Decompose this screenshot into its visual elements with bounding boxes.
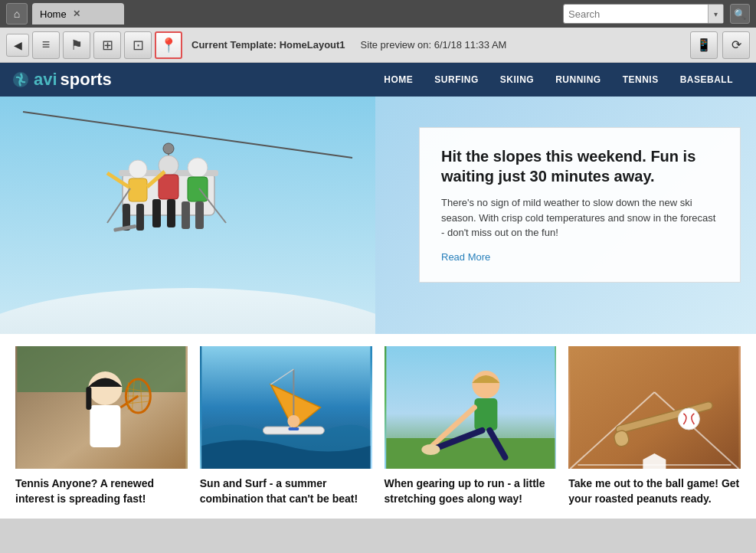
nav-home[interactable]: HOME	[373, 74, 424, 85]
svg-point-27	[88, 371, 122, 405]
tab-close-button[interactable]: ✕	[73, 8, 80, 19]
svg-point-58	[679, 408, 700, 430]
tennis-illustration	[15, 346, 188, 469]
current-template-value: HomeLayout1	[280, 39, 345, 51]
logo-icon	[12, 71, 29, 88]
nav-skiing[interactable]: SKIING	[489, 74, 545, 85]
svg-rect-18	[188, 177, 208, 201]
svg-point-8	[129, 160, 147, 178]
right-tools: 📱 ⟳	[690, 31, 750, 59]
card-title-tennis: Tennis Anyone? A renewed interest is spr…	[15, 476, 188, 506]
card-baseball: Take me out to the ball game! Get your r…	[562, 346, 747, 506]
tab-label: Home	[40, 8, 67, 20]
svg-rect-15	[152, 199, 161, 227]
svg-rect-11	[136, 204, 144, 231]
svg-rect-16	[167, 199, 175, 227]
svg-point-45	[472, 371, 499, 398]
card-tennis: Tennis Anyone? A renewed interest is spr…	[9, 346, 194, 506]
nav-links: HOME SURFING SKIING RUNNING TENNIS BASEB…	[373, 74, 744, 85]
hero-headline: Hit the slopes this weekend. Fun is wait…	[441, 146, 718, 186]
card-image-baseball	[568, 346, 741, 469]
search-bar: ▾	[563, 4, 724, 24]
card-image-tennis	[15, 346, 188, 469]
nav-running[interactable]: RUNNING	[545, 74, 612, 85]
svg-rect-51	[571, 346, 739, 469]
hero-text-box: Hit the slopes this weekend. Fun is wait…	[419, 127, 741, 283]
logo-avi: avi	[34, 70, 57, 90]
site-preview-value: 6/1/18 11:33 AM	[434, 39, 507, 51]
cms-toolbar: ◀ ≡ ⚑ ⊞ ⊡ 📍 Current Template: HomeLayout…	[0, 28, 756, 63]
site-wrapper: avisports HOME SURFING SKIING RUNNING TE…	[0, 63, 756, 519]
layout-button[interactable]: ⊞	[93, 31, 121, 59]
grid-button[interactable]: ⊡	[124, 31, 152, 59]
location-pin-button[interactable]: 📍	[155, 31, 182, 59]
nav-baseball[interactable]: BASEBALL	[669, 74, 744, 85]
card-image-run	[385, 346, 557, 469]
read-more-link[interactable]: Read More	[441, 251, 490, 263]
ski-lift-illustration	[0, 97, 375, 334]
baseball-illustration	[568, 346, 741, 469]
svg-rect-19	[182, 201, 190, 229]
card-title-baseball: Take me out to the ball game! Get your r…	[568, 476, 741, 506]
cards-section: Tennis Anyone? A renewed interest is spr…	[0, 334, 756, 519]
card-surf: Sun and Surf - a summer combination that…	[194, 346, 378, 506]
svg-point-7	[163, 143, 174, 154]
svg-rect-42	[288, 427, 299, 430]
flag-button[interactable]: ⚑	[63, 31, 90, 59]
card-title-surf: Sun and Surf - a summer combination that…	[200, 476, 372, 506]
svg-point-50	[421, 444, 440, 455]
preview-info: Site preview on: 6/1/18 11:33 AM	[361, 39, 507, 51]
run-illustration	[385, 346, 557, 469]
svg-rect-44	[386, 438, 555, 469]
svg-rect-46	[474, 398, 497, 430]
nav-tennis[interactable]: TENNIS	[612, 74, 669, 85]
site-navigation: avisports HOME SURFING SKIING RUNNING TE…	[0, 63, 756, 97]
current-template-label: Current Template:	[191, 39, 277, 51]
nav-surfing[interactable]: SURFING	[424, 74, 489, 85]
search-submit-button[interactable]: 🔍	[730, 4, 750, 24]
logo-sports: sports	[61, 70, 112, 90]
svg-rect-9	[129, 178, 147, 201]
svg-point-41	[287, 415, 299, 427]
site-preview-label: Site preview on:	[361, 39, 432, 51]
refresh-button[interactable]: ⟳	[722, 31, 750, 59]
browser-chrome: ⌂ Home ✕ ▾ 🔍	[0, 0, 756, 28]
card-run: When gearing up to run - a little stretc…	[378, 346, 563, 506]
mobile-preview-button[interactable]: 📱	[690, 31, 718, 59]
search-dropdown-button[interactable]: ▾	[708, 5, 723, 23]
card-title-run: When gearing up to run - a little stretc…	[385, 476, 557, 506]
template-info: Current Template: HomeLayout1	[191, 39, 345, 51]
site-logo[interactable]: avisports	[12, 70, 112, 90]
svg-rect-14	[159, 175, 178, 199]
card-image-surf	[200, 346, 372, 469]
hero-image	[0, 97, 375, 334]
hero-body: There's no sign of mild weather to slow …	[441, 195, 718, 241]
back-button[interactable]: ◀	[6, 34, 29, 57]
svg-rect-28	[90, 405, 120, 447]
content-tree-button[interactable]: ≡	[32, 31, 60, 59]
svg-point-17	[188, 158, 208, 178]
search-input[interactable]	[564, 8, 708, 20]
browser-tab[interactable]: Home ✕	[32, 3, 124, 25]
browser-home-button[interactable]: ⌂	[6, 3, 28, 25]
surf-illustration	[200, 346, 372, 469]
hero-section: Hit the slopes this weekend. Fun is wait…	[0, 97, 756, 334]
svg-rect-37	[86, 387, 91, 410]
svg-rect-20	[195, 201, 204, 229]
